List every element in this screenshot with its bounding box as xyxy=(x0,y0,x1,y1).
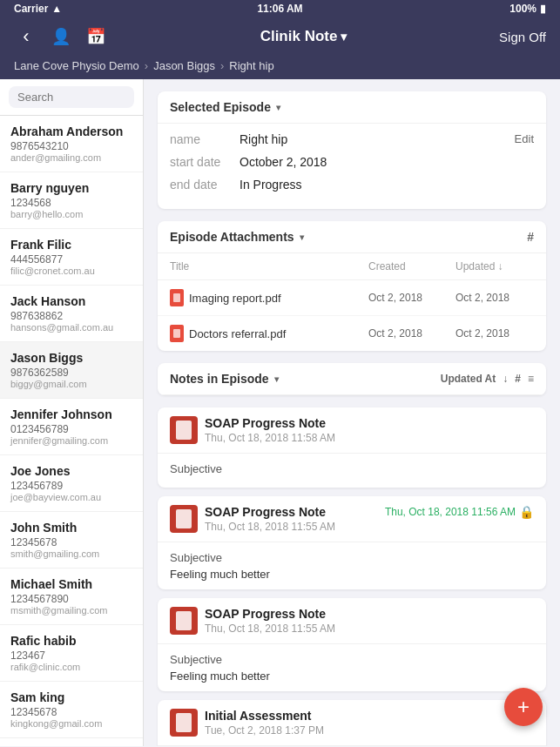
note-section-label: Subjective xyxy=(170,653,534,666)
notes-hash-icon[interactable]: # xyxy=(515,373,521,385)
note-type-icon xyxy=(170,709,198,737)
notes-list-icon[interactable]: ≡ xyxy=(528,373,534,385)
patient-email: ander@gmailing.com xyxy=(10,152,132,163)
episode-attachments-header: Episode Attachments ▾ # xyxy=(158,221,546,253)
sign-off-button[interactable]: Sign Off xyxy=(499,30,546,44)
fab-button[interactable]: + xyxy=(504,688,543,726)
patient-item[interactable]: Sam king 12345678 kingkong@gmail.com xyxy=(0,682,143,738)
patient-name: Jennifer Johnson xyxy=(10,407,132,421)
patient-email: barry@hello.com xyxy=(10,209,132,219)
patient-email: smith@gmailing.com xyxy=(10,548,132,559)
patient-name: Frank Filic xyxy=(10,238,132,252)
attachment-row[interactable]: Doctors referral.pdf Oct 2, 2018 Oct 2, … xyxy=(158,316,546,351)
patient-item[interactable]: Barry nguyen 1234568 barry@hello.com xyxy=(0,172,143,229)
episode-enddate-row: end date In Progress xyxy=(170,178,534,192)
calendar-icon[interactable]: 📅 xyxy=(84,24,108,49)
note-section: Subjective xyxy=(158,454,546,488)
patient-name: Rafic habib xyxy=(10,634,132,648)
episode-attachments-header-left: Episode Attachments ▾ xyxy=(170,230,304,244)
nav-dropdown-icon[interactable]: ▾ xyxy=(341,30,347,44)
col-updated: Updated ↓ xyxy=(455,260,534,273)
note-header-left: SOAP Progress Note Thu, Oct 18, 2018 11:… xyxy=(170,416,335,444)
note-cards-container: SOAP Progress Note Thu, Oct 18, 2018 11:… xyxy=(158,407,546,746)
episode-name-label: name xyxy=(170,132,240,146)
episode-attachments-card: Episode Attachments ▾ # Title Created Up… xyxy=(158,221,546,351)
sidebar: Abraham Anderson 9876543210 ander@gmaili… xyxy=(0,79,144,746)
patient-email: msmith@gmailing.com xyxy=(10,605,132,616)
note-card[interactable]: SOAP Progress Note Thu, Oct 18, 2018 11:… xyxy=(158,407,546,488)
patient-phone: 123467 xyxy=(10,649,132,662)
attachment-filename: Imaging report.pdf xyxy=(189,292,281,305)
attachment-updated: Oct 2, 2018 xyxy=(455,292,534,304)
col-updated-label: Updated xyxy=(455,260,495,273)
patient-list: Abraham Anderson 9876543210 ander@gmaili… xyxy=(0,116,143,746)
notes-sort-icon[interactable]: ↓ xyxy=(503,373,508,385)
nav-bar: ‹ 👤 📅 Clinik Note ▾ Sign Off xyxy=(0,17,560,56)
status-bar: Carrier ▲ 11:06 AM 100% ▮ xyxy=(0,0,560,17)
breadcrumb-sep2: › xyxy=(220,59,224,72)
nav-bar-left: ‹ 👤 📅 xyxy=(14,24,108,49)
back-button[interactable]: ‹ xyxy=(14,24,38,49)
episode-name-value: Right hip xyxy=(240,132,287,146)
patient-name: Abraham Anderson xyxy=(10,124,132,138)
selected-episode-dropdown[interactable]: ▾ xyxy=(276,103,280,112)
note-section: Subjective Feeling much better xyxy=(158,644,546,691)
patient-email: kingkong@gmail.com xyxy=(10,718,132,729)
patient-item[interactable]: Frank Filic 444556877 filic@cronet.com.a… xyxy=(0,229,143,286)
patient-phone: 9876543210 xyxy=(10,140,132,152)
note-title: Initial Assessment xyxy=(205,709,324,723)
patient-phone: 1234568 xyxy=(10,197,132,209)
profile-icon[interactable]: 👤 xyxy=(49,24,73,49)
patient-phone: 12345678 xyxy=(10,706,132,718)
content-area: Selected Episode ▾ Edit name Right hip s… xyxy=(144,79,560,746)
status-bar-right: 100% ▮ xyxy=(509,3,546,15)
edit-button[interactable]: Edit xyxy=(515,132,534,145)
breadcrumb-patient[interactable]: Jason Biggs xyxy=(153,59,215,72)
patient-item[interactable]: William clinic 1246)'$ pas@jakouibjd.com xyxy=(0,738,143,746)
patient-item[interactable]: Abraham Anderson 9876543210 ander@gmaili… xyxy=(0,116,143,172)
patient-email: biggy@gmail.com xyxy=(10,379,132,389)
note-header-left: SOAP Progress Note Thu, Oct 18, 2018 11:… xyxy=(170,505,335,533)
notes-dropdown[interactable]: ▾ xyxy=(274,374,279,384)
patient-email: rafik@clinic.com xyxy=(10,662,132,672)
patient-item[interactable]: Rafic habib 123467 rafik@clinic.com xyxy=(0,625,143,682)
patient-name: Michael Smith xyxy=(10,577,132,591)
note-updated-badge: Thu, Oct 18, 2018 11:56 AM 🔒 xyxy=(385,505,534,519)
note-date: Thu, Oct 18, 2018 11:58 AM xyxy=(205,432,335,444)
patient-item[interactable]: Jason Biggs 9876362589 biggy@gmail.com xyxy=(0,342,143,399)
note-date: Tue, Oct 2, 2018 1:37 PM xyxy=(205,724,324,737)
col-created: Created xyxy=(368,260,455,273)
patient-phone: 987638862 xyxy=(10,310,132,322)
note-card[interactable]: Initial Assessment Tue, Oct 2, 2018 1:37… xyxy=(158,700,546,746)
patient-item[interactable]: Joe Jones 123456789 joe@bayview.com.au xyxy=(0,455,143,512)
patient-item[interactable]: Jack Hanson 987638862 hansons@gmail.com.… xyxy=(0,286,143,342)
wifi-icon: ▲ xyxy=(51,3,62,15)
note-header-left: SOAP Progress Note Thu, Oct 18, 2018 11:… xyxy=(170,607,335,635)
attachments-hash-icon: # xyxy=(527,230,534,244)
attachment-row[interactable]: Imaging report.pdf Oct 2, 2018 Oct 2, 20… xyxy=(158,280,546,316)
patient-item[interactable]: John Smith 12345678 smith@gmailing.com xyxy=(0,512,143,569)
breadcrumb-clinic[interactable]: Lane Cove Physio Demo xyxy=(14,59,139,72)
episode-attachments-dropdown[interactable]: ▾ xyxy=(300,232,304,242)
note-section-label: Subjective xyxy=(170,462,534,475)
note-header: SOAP Progress Note Thu, Oct 18, 2018 11:… xyxy=(158,407,546,454)
patient-name: John Smith xyxy=(10,521,132,535)
note-card[interactable]: SOAP Progress Note Thu, Oct 18, 2018 11:… xyxy=(158,598,546,691)
lock-icon: 🔒 xyxy=(519,505,534,519)
note-card[interactable]: SOAP Progress Note Thu, Oct 18, 2018 11:… xyxy=(158,496,546,589)
note-type-icon xyxy=(170,505,198,533)
episode-startdate-value: October 2, 2018 xyxy=(240,155,327,169)
note-header: Initial Assessment Tue, Oct 2, 2018 1:37… xyxy=(158,700,546,746)
note-header: SOAP Progress Note Thu, Oct 18, 2018 11:… xyxy=(158,598,546,644)
note-section: Subjective Feeling much better xyxy=(158,542,546,589)
episode-enddate-value: In Progress xyxy=(240,178,302,192)
search-input[interactable] xyxy=(9,86,134,108)
episode-enddate-label: end date xyxy=(170,178,240,192)
patient-item[interactable]: Michael Smith 1234567890 msmith@gmailing… xyxy=(0,569,143,625)
patient-name: Barry nguyen xyxy=(10,181,132,195)
attachment-created: Oct 2, 2018 xyxy=(368,327,455,340)
patient-name: Jack Hanson xyxy=(10,294,132,308)
patient-phone: 1234567890 xyxy=(10,593,132,605)
patient-item[interactable]: Jennifer Johnson 0123456789 jennifer@gma… xyxy=(0,399,143,455)
episode-startdate-label: start date xyxy=(170,155,240,169)
